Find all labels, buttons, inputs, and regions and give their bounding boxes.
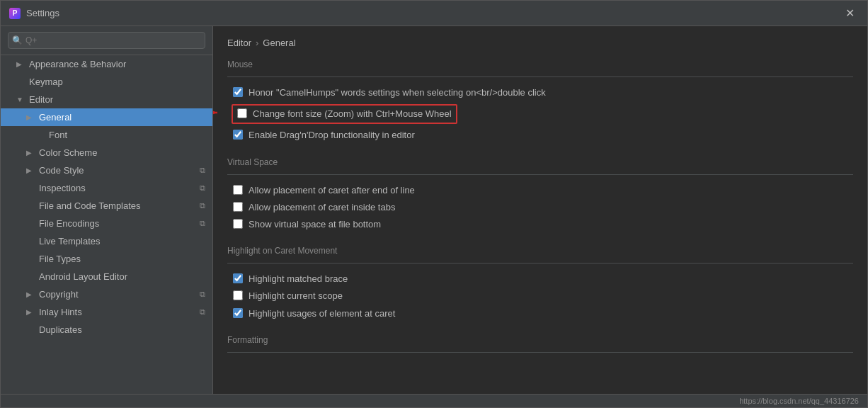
sidebar-item-inlayhints[interactable]: ▶ Inlay Hints ⧉ [1, 303, 212, 321]
highlight-section-label: Highlight on Caret Movement [227, 246, 853, 256]
copy-icon: ⧉ [200, 219, 205, 228]
camelhumps-checkbox[interactable] [233, 87, 243, 97]
fontsize-checkbox[interactable] [237, 108, 247, 118]
virtualspace-section-label: Virtual Space [227, 157, 853, 167]
app-icon: P [9, 8, 21, 19]
currentscope-option: Highlight current scope [233, 288, 853, 305]
virtualspace-section: Virtual Space Allow placement of caret a… [227, 157, 853, 234]
sidebar-item-keymap[interactable]: Keymap [1, 73, 212, 91]
usageselement-checkbox[interactable] [233, 308, 243, 318]
formatting-section: Formatting [227, 335, 853, 353]
fontsize-option: Change font size (Zoom) with Ctrl+Mouse … [232, 104, 457, 124]
sidebar-item-colorscheme[interactable]: ▶ Color Scheme [1, 144, 212, 162]
sidebar-item-label: Appearance & Behavior [29, 59, 126, 69]
main-content: Editor › General Mouse Honor "CamelHumps… [213, 26, 867, 394]
sidebar-item-inspections[interactable]: Inspections ⧉ [1, 179, 212, 197]
sidebar-item-label: Inlay Hints [39, 307, 82, 317]
sidebar-item-label: General [39, 112, 72, 123]
sidebar-item-filetypes[interactable]: File Types [1, 250, 212, 268]
usageselement-label: Highlight usages of element at caret [249, 307, 395, 320]
virtualspace-divider [227, 174, 853, 175]
expand-arrow: ▼ [16, 96, 25, 103]
close-button[interactable]: ✕ [841, 5, 859, 21]
sidebar-item-label: Inspections [39, 183, 86, 193]
formatting-section-label: Formatting [227, 335, 853, 345]
expand-arrow: ▶ [26, 149, 35, 157]
sidebar-item-fileencodings[interactable]: File Encodings ⧉ [1, 215, 212, 232]
matchedbrace-option: Highlight matched brace [233, 271, 853, 288]
sidebar-item-label: Color Scheme [39, 147, 97, 158]
breadcrumb-editor: Editor [227, 38, 251, 48]
carettabs-label: Allow placement of caret inside tabs [249, 201, 395, 214]
red-arrow-indicator [213, 103, 224, 123]
sidebar-item-label: Duplicates [39, 324, 82, 335]
mouse-divider [227, 76, 853, 77]
virtualspace-label: Show virtual space at file bottom [249, 218, 381, 231]
statusbar: https://blog.csdn.net/qq_44316726 [1, 394, 867, 407]
settings-window: P Settings ✕ 🔍 ▶ Appearance & Behavior K… [0, 0, 868, 408]
titlebar: P Settings ✕ [1, 1, 867, 26]
virtualspace-checkbox[interactable] [233, 219, 243, 229]
search-icon: 🔍 [12, 35, 23, 45]
breadcrumb-separator: › [256, 38, 258, 48]
expand-arrow: ▶ [26, 308, 35, 316]
expand-arrow: ▶ [26, 113, 35, 121]
sidebar-item-filecodetemplates[interactable]: File and Code Templates ⧉ [1, 197, 212, 215]
statusbar-url: https://blog.csdn.net/qq_44316726 [739, 397, 859, 405]
sidebar-item-label: Copyright [39, 289, 79, 300]
formatting-divider [227, 352, 853, 353]
fontsize-label: Change font size (Zoom) with Ctrl+Mouse … [253, 108, 452, 120]
sidebar-item-label: Editor [29, 94, 53, 105]
search-box: 🔍 [1, 26, 212, 55]
dragdrop-label: Enable Drag'n'Drop functionality in edit… [249, 129, 415, 142]
breadcrumb: Editor › General [227, 38, 853, 48]
copy-icon: ⧉ [200, 166, 205, 175]
currentscope-checkbox[interactable] [233, 290, 243, 300]
sidebar: 🔍 ▶ Appearance & Behavior Keymap ▼ Edito… [1, 26, 213, 394]
sidebar-item-duplicates[interactable]: Duplicates [1, 321, 212, 339]
copy-icon: ⧉ [200, 290, 205, 299]
sidebar-item-codestyle[interactable]: ▶ Code Style ⧉ [1, 162, 212, 179]
sidebar-item-label: Font [49, 130, 67, 140]
carettabs-checkbox[interactable] [233, 202, 243, 212]
copy-icon: ⧉ [200, 183, 205, 193]
dragdrop-option: Enable Drag'n'Drop functionality in edit… [233, 127, 853, 144]
copy-icon: ⧉ [200, 201, 205, 210]
caretend-checkbox[interactable] [233, 185, 243, 195]
sidebar-item-label: Android Layout Editor [39, 271, 127, 282]
camelhumps-label: Honor "CamelHumps" words settings when s… [249, 86, 546, 99]
currentscope-label: Highlight current scope [249, 290, 343, 302]
dragdrop-checkbox[interactable] [233, 130, 243, 140]
virtualspace-opt: Show virtual space at file bottom [233, 216, 853, 233]
highlight-divider [227, 263, 853, 264]
sidebar-item-livetemplates[interactable]: Live Templates [1, 232, 212, 250]
highlight-section: Highlight on Caret Movement Highlight ma… [227, 246, 853, 322]
caretend-label: Allow placement of caret after end of li… [249, 184, 415, 197]
sidebar-item-label: File Types [39, 254, 81, 264]
search-input[interactable] [8, 32, 205, 49]
sidebar-item-androidlayout[interactable]: Android Layout Editor [1, 268, 212, 285]
titlebar-left: P Settings [9, 8, 59, 19]
sidebar-item-appearance[interactable]: ▶ Appearance & Behavior [1, 55, 212, 73]
sidebar-item-label: File and Code Templates [39, 200, 141, 211]
search-wrapper: 🔍 [8, 32, 205, 49]
caretend-option: Allow placement of caret after end of li… [233, 182, 853, 199]
mouse-section-label: Mouse [227, 60, 853, 69]
matchedbrace-checkbox[interactable] [233, 273, 243, 283]
sidebar-item-editor[interactable]: ▼ Editor [1, 91, 212, 108]
sidebar-item-font[interactable]: Font [1, 126, 212, 144]
sidebar-item-label: File Encodings [39, 218, 99, 229]
expand-arrow: ▶ [16, 60, 25, 68]
content-area: 🔍 ▶ Appearance & Behavior Keymap ▼ Edito… [1, 26, 867, 394]
sidebar-item-general[interactable]: ▶ General [1, 108, 212, 126]
sidebar-item-copyright[interactable]: ▶ Copyright ⧉ [1, 285, 212, 303]
carettabs-option: Allow placement of caret inside tabs [233, 199, 853, 216]
copy-icon: ⧉ [200, 307, 205, 317]
sidebar-item-label: Code Style [39, 165, 84, 176]
sidebar-item-label: Keymap [29, 76, 63, 87]
breadcrumb-general: General [263, 38, 295, 48]
expand-arrow: ▶ [26, 290, 35, 298]
expand-arrow: ▶ [26, 166, 35, 174]
camelhumps-option: Honor "CamelHumps" words settings when s… [233, 84, 853, 101]
window-title: Settings [26, 8, 59, 18]
